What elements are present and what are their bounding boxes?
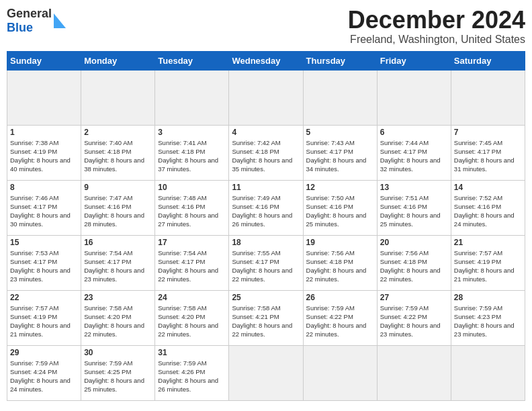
- day-number: 9: [84, 183, 152, 192]
- day-info: Sunrise: 7:54 AM Sunset: 4:17 PM Dayligh…: [84, 248, 152, 284]
- day-info: Sunrise: 7:42 AM Sunset: 4:18 PM Dayligh…: [232, 138, 300, 174]
- day-info: Sunrise: 7:56 AM Sunset: 4:18 PM Dayligh…: [306, 248, 374, 284]
- day-number: 5: [306, 128, 374, 137]
- day-info: Sunrise: 7:40 AM Sunset: 4:18 PM Dayligh…: [84, 138, 152, 174]
- day-number: 4: [232, 128, 300, 137]
- day-info: Sunrise: 7:58 AM Sunset: 4:20 PM Dayligh…: [84, 304, 152, 339]
- calendar-day: [451, 345, 525, 400]
- day-number: 2: [84, 128, 152, 137]
- calendar-day: [81, 70, 155, 125]
- calendar-day: 9Sunrise: 7:47 AM Sunset: 4:16 PM Daylig…: [81, 180, 155, 235]
- page-header: General Blue December 2024 Freeland, Was…: [7, 7, 525, 46]
- day-number: 17: [158, 238, 226, 247]
- calendar-day: [303, 345, 377, 400]
- day-number: 1: [10, 128, 78, 137]
- day-number: 11: [232, 183, 300, 192]
- calendar-day: 10Sunrise: 7:48 AM Sunset: 4:16 PM Dayli…: [155, 180, 229, 235]
- calendar-day: 21Sunrise: 7:57 AM Sunset: 4:19 PM Dayli…: [451, 235, 525, 290]
- day-info: Sunrise: 7:59 AM Sunset: 4:23 PM Dayligh…: [454, 304, 522, 339]
- day-number: 26: [306, 293, 374, 302]
- calendar-day: [377, 345, 451, 400]
- day-number: 30: [84, 348, 152, 357]
- day-info: Sunrise: 7:53 AM Sunset: 4:17 PM Dayligh…: [10, 248, 78, 284]
- day-number: 12: [306, 183, 374, 192]
- weekday-header-friday: Friday: [377, 51, 451, 70]
- logo-line2: Blue: [7, 21, 52, 35]
- day-info: Sunrise: 7:58 AM Sunset: 4:20 PM Dayligh…: [158, 304, 226, 339]
- calendar-day: 20Sunrise: 7:56 AM Sunset: 4:18 PM Dayli…: [377, 235, 451, 290]
- calendar-day: 4Sunrise: 7:42 AM Sunset: 4:18 PM Daylig…: [229, 125, 303, 180]
- day-number: 8: [10, 183, 78, 192]
- day-number: 10: [158, 183, 226, 192]
- logo-arrow-icon: [54, 13, 66, 28]
- day-info: Sunrise: 7:59 AM Sunset: 4:26 PM Dayligh…: [158, 359, 226, 394]
- calendar-day: 11Sunrise: 7:49 AM Sunset: 4:16 PM Dayli…: [229, 180, 303, 235]
- day-number: 21: [454, 238, 522, 247]
- day-info: Sunrise: 7:48 AM Sunset: 4:16 PM Dayligh…: [158, 193, 226, 229]
- day-info: Sunrise: 7:57 AM Sunset: 4:19 PM Dayligh…: [10, 304, 78, 339]
- calendar-day: 5Sunrise: 7:43 AM Sunset: 4:17 PM Daylig…: [303, 125, 377, 180]
- day-number: 3: [158, 128, 226, 137]
- calendar-day: 28Sunrise: 7:59 AM Sunset: 4:23 PM Dayli…: [451, 290, 525, 345]
- day-number: 29: [10, 348, 78, 357]
- calendar-day: 15Sunrise: 7:53 AM Sunset: 4:17 PM Dayli…: [7, 235, 81, 290]
- day-info: Sunrise: 7:50 AM Sunset: 4:16 PM Dayligh…: [306, 193, 374, 229]
- calendar-day: 25Sunrise: 7:58 AM Sunset: 4:21 PM Dayli…: [229, 290, 303, 345]
- day-number: 23: [84, 293, 152, 302]
- calendar-day: 12Sunrise: 7:50 AM Sunset: 4:16 PM Dayli…: [303, 180, 377, 235]
- day-info: Sunrise: 7:59 AM Sunset: 4:24 PM Dayligh…: [10, 359, 78, 394]
- calendar-day: [303, 70, 377, 125]
- day-info: Sunrise: 7:45 AM Sunset: 4:17 PM Dayligh…: [454, 138, 522, 174]
- day-number: 25: [232, 293, 300, 302]
- calendar-day: 16Sunrise: 7:54 AM Sunset: 4:17 PM Dayli…: [81, 235, 155, 290]
- calendar-day: 29Sunrise: 7:59 AM Sunset: 4:24 PM Dayli…: [7, 345, 81, 400]
- calendar-day: 30Sunrise: 7:59 AM Sunset: 4:25 PM Dayli…: [81, 345, 155, 400]
- day-number: 18: [232, 238, 300, 247]
- day-info: Sunrise: 7:54 AM Sunset: 4:17 PM Dayligh…: [158, 248, 226, 284]
- calendar-day: 26Sunrise: 7:59 AM Sunset: 4:22 PM Dayli…: [303, 290, 377, 345]
- calendar-day: 31Sunrise: 7:59 AM Sunset: 4:26 PM Dayli…: [155, 345, 229, 400]
- day-number: 16: [84, 238, 152, 247]
- day-info: Sunrise: 7:59 AM Sunset: 4:22 PM Dayligh…: [306, 304, 374, 339]
- day-number: 31: [158, 348, 226, 357]
- day-info: Sunrise: 7:41 AM Sunset: 4:18 PM Dayligh…: [158, 138, 226, 174]
- day-info: Sunrise: 7:52 AM Sunset: 4:16 PM Dayligh…: [454, 193, 522, 229]
- calendar-day: 14Sunrise: 7:52 AM Sunset: 4:16 PM Dayli…: [451, 180, 525, 235]
- day-number: 27: [380, 293, 448, 302]
- calendar-day: [229, 345, 303, 400]
- day-info: Sunrise: 7:59 AM Sunset: 4:22 PM Dayligh…: [380, 304, 448, 339]
- calendar-day: 22Sunrise: 7:57 AM Sunset: 4:19 PM Dayli…: [7, 290, 81, 345]
- calendar-day: 27Sunrise: 7:59 AM Sunset: 4:22 PM Dayli…: [377, 290, 451, 345]
- day-number: 22: [10, 293, 78, 302]
- day-info: Sunrise: 7:43 AM Sunset: 4:17 PM Dayligh…: [306, 138, 374, 174]
- calendar-day: 7Sunrise: 7:45 AM Sunset: 4:17 PM Daylig…: [451, 125, 525, 180]
- weekday-header-wednesday: Wednesday: [229, 51, 303, 70]
- calendar-day: 1Sunrise: 7:38 AM Sunset: 4:19 PM Daylig…: [7, 125, 81, 180]
- day-info: Sunrise: 7:47 AM Sunset: 4:16 PM Dayligh…: [84, 193, 152, 229]
- calendar-table: SundayMondayTuesdayWednesdayThursdayFrid…: [7, 51, 525, 401]
- day-info: Sunrise: 7:38 AM Sunset: 4:19 PM Dayligh…: [10, 138, 78, 174]
- logo-line1: General: [7, 7, 52, 21]
- title-block: December 2024 Freeland, Washington, Unit…: [348, 7, 525, 46]
- weekday-header-saturday: Saturday: [451, 51, 525, 70]
- day-number: 13: [380, 183, 448, 192]
- calendar-day: [451, 70, 525, 125]
- svg-marker-0: [54, 13, 66, 28]
- weekday-header-sunday: Sunday: [7, 51, 81, 70]
- calendar-day: 17Sunrise: 7:54 AM Sunset: 4:17 PM Dayli…: [155, 235, 229, 290]
- calendar-day: 19Sunrise: 7:56 AM Sunset: 4:18 PM Dayli…: [303, 235, 377, 290]
- calendar-day: 3Sunrise: 7:41 AM Sunset: 4:18 PM Daylig…: [155, 125, 229, 180]
- day-number: 7: [454, 128, 522, 137]
- day-number: 15: [10, 238, 78, 247]
- day-info: Sunrise: 7:55 AM Sunset: 4:17 PM Dayligh…: [232, 248, 300, 284]
- calendar-day: 2Sunrise: 7:40 AM Sunset: 4:18 PM Daylig…: [81, 125, 155, 180]
- day-number: 24: [158, 293, 226, 302]
- day-info: Sunrise: 7:58 AM Sunset: 4:21 PM Dayligh…: [232, 304, 300, 339]
- logo: General Blue: [7, 7, 66, 35]
- weekday-header-tuesday: Tuesday: [155, 51, 229, 70]
- day-number: 6: [380, 128, 448, 137]
- day-info: Sunrise: 7:49 AM Sunset: 4:16 PM Dayligh…: [232, 193, 300, 229]
- calendar-day: 13Sunrise: 7:51 AM Sunset: 4:16 PM Dayli…: [377, 180, 451, 235]
- calendar-day: 24Sunrise: 7:58 AM Sunset: 4:20 PM Dayli…: [155, 290, 229, 345]
- calendar-day: 8Sunrise: 7:46 AM Sunset: 4:17 PM Daylig…: [7, 180, 81, 235]
